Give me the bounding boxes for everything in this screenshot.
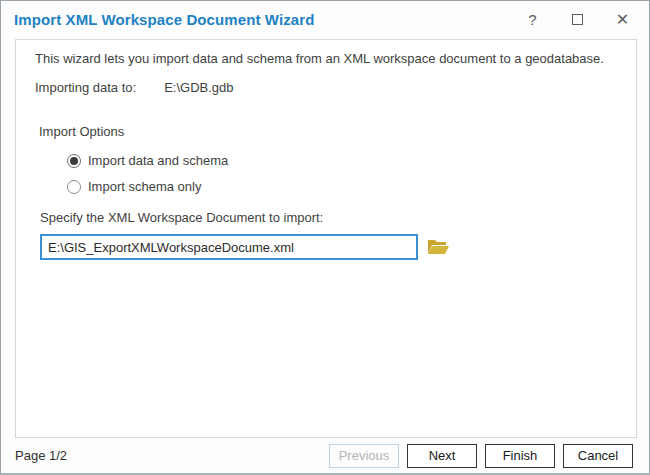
import-xml-wizard-dialog: Import XML Workspace Document Wizard ? ✕… <box>0 0 650 475</box>
radio-label: Import data and schema <box>88 153 228 168</box>
radio-import-data-and-schema[interactable]: Import data and schema <box>67 153 228 168</box>
xml-path-input[interactable] <box>40 234 418 260</box>
cancel-button[interactable]: Cancel <box>563 444 633 468</box>
specify-xml-label: Specify the XML Workspace Document to im… <box>40 210 323 225</box>
wizard-footer: Page 1/2 Previous Next Finish Cancel <box>1 438 649 473</box>
radio-unselected-icon <box>67 180 81 194</box>
page-indicator: Page 1/2 <box>15 448 67 463</box>
window-controls: ? ✕ <box>510 1 649 38</box>
previous-button[interactable]: Previous <box>329 444 399 468</box>
open-folder-icon <box>427 238 449 256</box>
help-icon: ? <box>528 11 536 28</box>
radio-label: Import schema only <box>88 179 201 194</box>
import-options-label: Import Options <box>39 124 124 139</box>
close-button[interactable]: ✕ <box>600 1 645 38</box>
help-button[interactable]: ? <box>510 1 555 38</box>
importing-data-to-value: E:\GDB.gdb <box>164 80 233 95</box>
maximize-icon <box>572 14 583 25</box>
radio-selected-icon <box>67 154 81 168</box>
close-icon: ✕ <box>616 10 629 29</box>
wizard-description: This wizard lets you import data and sch… <box>35 51 604 66</box>
title-bar: Import XML Workspace Document Wizard ? ✕ <box>1 1 649 38</box>
footer-buttons: Previous Next Finish Cancel <box>329 444 633 468</box>
wizard-content-panel: This wizard lets you import data and sch… <box>15 39 637 438</box>
next-button[interactable]: Next <box>407 444 477 468</box>
maximize-button[interactable] <box>555 1 600 38</box>
radio-import-schema-only[interactable]: Import schema only <box>67 179 201 194</box>
browse-button[interactable] <box>426 236 450 258</box>
dialog-title: Import XML Workspace Document Wizard <box>1 11 314 28</box>
importing-data-to-row: Importing data to:E:\GDB.gdb <box>35 80 234 95</box>
finish-button[interactable]: Finish <box>485 444 555 468</box>
importing-data-to-label: Importing data to: <box>35 80 136 95</box>
